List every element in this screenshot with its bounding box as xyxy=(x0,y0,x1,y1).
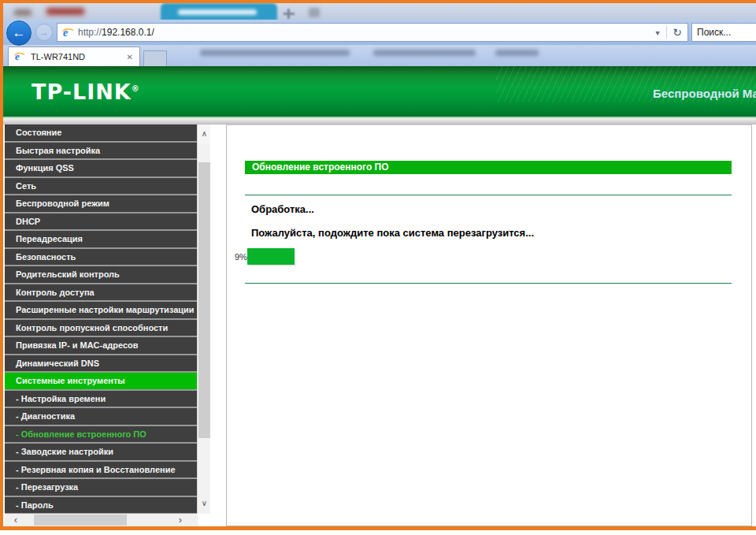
refresh-icon[interactable]: ↻ xyxy=(666,26,687,39)
sidebar-horizontal-scrollbar[interactable]: ‹ › xyxy=(5,514,198,526)
horizontal-scrollbar-thumb[interactable] xyxy=(34,515,127,526)
sidebar: СостояниеБыстрая настройкаФункция QSSСет… xyxy=(5,124,210,514)
background-blur-shape xyxy=(14,9,32,16)
sidebar-item[interactable]: - Резервная копия и Восстановление xyxy=(5,462,197,480)
sidebar-vertical-scrollbar[interactable]: ∧ ∨ xyxy=(197,124,210,514)
sidebar-item[interactable]: DHCP xyxy=(5,214,197,232)
registered-mark: ® xyxy=(132,84,140,93)
main-content-panel: Обновление встроенного ПО Обработка... П… xyxy=(226,124,752,526)
sidebar-item[interactable]: - Пароль xyxy=(5,497,197,515)
processing-message: Обработка... xyxy=(251,203,314,215)
ie-page-icon: e xyxy=(14,51,26,63)
back-icon: ← xyxy=(13,25,26,40)
search-input[interactable] xyxy=(692,24,756,41)
sidebar-item[interactable]: Родительский контроль xyxy=(5,266,197,284)
sidebar-item[interactable]: Динамический DNS xyxy=(5,355,197,373)
sidebar-item[interactable]: Сеть xyxy=(5,178,197,196)
url-scheme: http:// xyxy=(78,27,102,38)
address-dropdown-icon[interactable]: ▾ xyxy=(648,28,666,37)
sidebar-menu: СостояниеБыстрая настройкаФункция QSSСет… xyxy=(5,124,197,514)
scroll-down-icon[interactable]: ∨ xyxy=(198,495,210,512)
ie-logo-icon: e xyxy=(62,27,74,39)
sidebar-item[interactable]: - Настройка времени xyxy=(5,391,197,409)
background-blur-shape xyxy=(200,50,350,56)
forward-icon: → xyxy=(39,27,49,38)
progress-percent-label: 9% xyxy=(235,252,247,262)
back-button[interactable]: ← xyxy=(6,20,32,46)
forward-button[interactable]: → xyxy=(35,24,53,41)
background-blur-shape xyxy=(178,9,257,15)
sidebar-item[interactable]: Расширенные настройки маршрутизации xyxy=(5,302,197,320)
background-window-blur xyxy=(3,3,756,20)
scroll-right-icon[interactable]: › xyxy=(172,514,188,526)
tab-row: e TL-WR741ND ✕ xyxy=(3,45,756,66)
sidebar-item[interactable]: - Обновление встроенного ПО xyxy=(5,426,197,444)
vertical-scrollbar-thumb[interactable] xyxy=(198,162,210,438)
sidebar-item[interactable]: - Заводские настройки xyxy=(5,444,197,462)
tplink-logo: TP-LINK® xyxy=(32,80,140,104)
tab-title: TL-WR741ND xyxy=(31,52,120,61)
scroll-up-icon[interactable]: ∧ xyxy=(198,124,210,143)
sidebar-item[interactable]: - Перезагрузка xyxy=(5,479,197,497)
browser-chrome: ← → e http://192.168.0.1/ ▾ ↻ xyxy=(3,20,756,45)
progress-fill xyxy=(247,248,295,265)
scroll-left-icon[interactable]: ‹ xyxy=(8,514,24,526)
sidebar-item[interactable]: Безопасность xyxy=(5,249,197,267)
search-box xyxy=(691,23,756,42)
background-blur-shape xyxy=(309,8,320,17)
header-bottom-strip xyxy=(3,118,756,124)
sidebar-item[interactable]: Функция QSS xyxy=(5,160,197,178)
sidebar-item[interactable]: Привязка IP- и MAC-адресов xyxy=(5,337,197,355)
sidebar-item[interactable]: - Диагностика xyxy=(5,408,197,426)
address-bar[interactable]: e http://192.168.0.1/ ▾ ↻ xyxy=(57,23,688,42)
device-model-label: Беспроводной Мар xyxy=(653,87,756,100)
background-blur-shape xyxy=(373,50,476,56)
sidebar-item[interactable]: Контроль доступа xyxy=(5,284,197,303)
url-host: 192.168.0.1/ xyxy=(102,27,154,38)
sidebar-item[interactable]: Состояние xyxy=(5,124,197,143)
sidebar-item[interactable]: Быстрая настройка xyxy=(5,143,197,161)
divider xyxy=(245,195,732,195)
sidebar-item[interactable]: Системные инструменты xyxy=(5,373,197,391)
screenshot-frame xyxy=(0,0,756,3)
background-blur-shape xyxy=(46,8,84,15)
sidebar-item[interactable]: Переадресация xyxy=(5,231,197,249)
close-tab-icon[interactable]: ✕ xyxy=(120,53,139,61)
sidebar-item[interactable]: Беспроводной режим xyxy=(5,195,197,214)
background-blur-shape xyxy=(495,50,539,56)
new-tab-button[interactable] xyxy=(143,50,167,66)
url-text: http://192.168.0.1/ xyxy=(78,27,648,38)
screenshot-frame xyxy=(0,0,3,530)
sidebar-item[interactable]: Контроль пропускной способности xyxy=(5,320,197,338)
page-title: Обновление встроенного ПО xyxy=(245,161,732,174)
screenshot-frame xyxy=(0,526,756,530)
background-blur-shape xyxy=(287,9,290,19)
tab-tl-wr741nd[interactable]: e TL-WR741ND ✕ xyxy=(8,46,140,66)
wait-message: Пожалуйста, подождите пока система перез… xyxy=(251,227,534,239)
tplink-header: TP-LINK® Беспроводной Мар xyxy=(3,66,756,118)
tplink-logo-text: TP-LINK xyxy=(32,80,132,104)
divider xyxy=(245,283,732,284)
